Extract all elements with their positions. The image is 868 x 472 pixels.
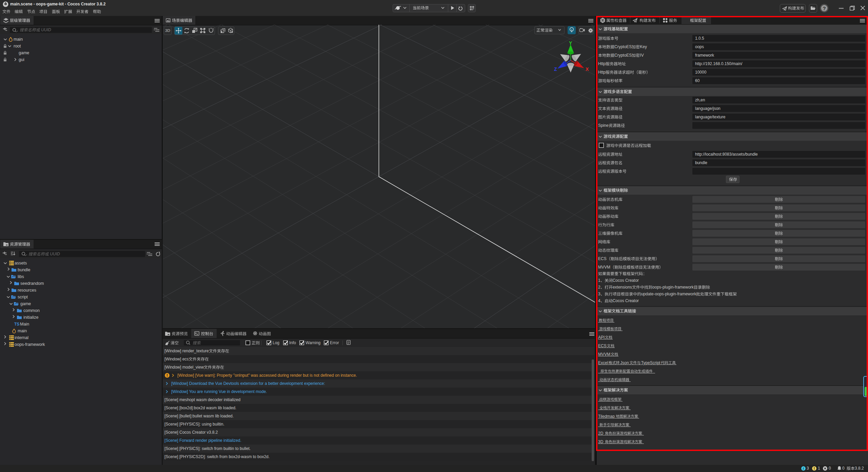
svg-text:Z: Z: [554, 66, 557, 72]
svg-text:X: X: [586, 66, 589, 72]
svg-text:i: i: [803, 467, 804, 470]
svg-text:Y: Y: [569, 40, 572, 46]
